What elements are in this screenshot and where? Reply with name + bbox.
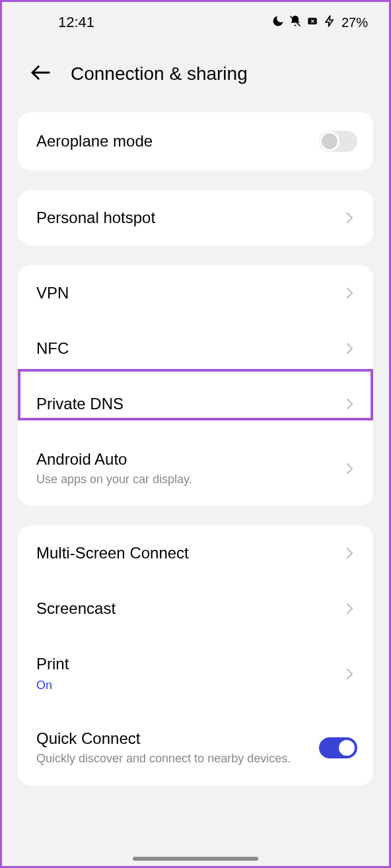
navigation-handle[interactable] <box>133 857 258 861</box>
row-quick-connect[interactable]: Quick Connect Quickly discover and conne… <box>18 711 373 785</box>
status-icons: ✕ 27% <box>271 15 368 31</box>
row-label: Personal hotspot <box>36 209 341 227</box>
row-label: NFC <box>36 339 341 358</box>
lightning-charging-icon <box>323 15 336 31</box>
chevron-right-icon <box>341 285 357 301</box>
row-screencast[interactable]: Screencast <box>18 581 373 636</box>
chevron-right-icon <box>341 396 357 412</box>
header: Connection & sharing <box>2 39 389 112</box>
battery-percentage: 27% <box>341 15 368 30</box>
row-status: On <box>36 679 341 692</box>
settings-group: Aeroplane mode <box>18 112 373 170</box>
row-nfc[interactable]: NFC <box>18 321 373 376</box>
row-sublabel: Quickly discover and connect to nearby d… <box>36 751 319 766</box>
status-bar: 12:41 ✕ 27% <box>2 2 389 39</box>
quick-connect-toggle[interactable] <box>319 737 357 758</box>
back-arrow-icon[interactable] <box>30 62 51 86</box>
row-private-dns[interactable]: Private DNS <box>18 376 373 432</box>
aeroplane-toggle[interactable] <box>319 131 357 152</box>
row-label: Screencast <box>36 599 341 618</box>
status-time: 12:41 <box>58 14 94 31</box>
svg-text:✕: ✕ <box>310 17 314 24</box>
row-sublabel: Use apps on your car display. <box>36 471 341 487</box>
page-title: Connection & sharing <box>71 63 248 84</box>
row-label: Private DNS <box>36 395 341 413</box>
mute-bell-icon <box>289 15 302 31</box>
settings-group: Multi-Screen Connect Screencast Print On… <box>18 525 373 785</box>
settings-content: Aeroplane mode Personal hotspot VPN NFC … <box>2 112 389 785</box>
row-multi-screen-connect[interactable]: Multi-Screen Connect <box>18 525 373 581</box>
chevron-right-icon <box>341 601 357 617</box>
row-android-auto[interactable]: Android Auto Use apps on your car displa… <box>18 432 373 506</box>
row-personal-hotspot[interactable]: Personal hotspot <box>18 190 373 246</box>
battery-saver-icon: ✕ <box>306 15 319 31</box>
settings-group: Personal hotspot <box>18 190 373 246</box>
settings-group: VPN NFC Private DNS Android Auto Use app… <box>18 265 373 506</box>
chevron-right-icon <box>341 545 357 561</box>
dnd-moon-icon <box>271 15 285 31</box>
row-label: Print <box>36 655 341 673</box>
row-vpn[interactable]: VPN <box>18 265 373 321</box>
row-label: Quick Connect <box>36 729 319 748</box>
row-label: Aeroplane mode <box>36 132 319 150</box>
row-aeroplane-mode[interactable]: Aeroplane mode <box>18 112 373 170</box>
row-print[interactable]: Print On <box>18 636 373 711</box>
row-label: Multi-Screen Connect <box>36 544 341 562</box>
row-label: VPN <box>36 284 341 302</box>
chevron-right-icon <box>341 461 357 477</box>
chevron-right-icon <box>341 341 357 356</box>
chevron-right-icon <box>341 210 357 226</box>
chevron-right-icon <box>341 666 357 682</box>
row-label: Android Auto <box>36 450 341 469</box>
